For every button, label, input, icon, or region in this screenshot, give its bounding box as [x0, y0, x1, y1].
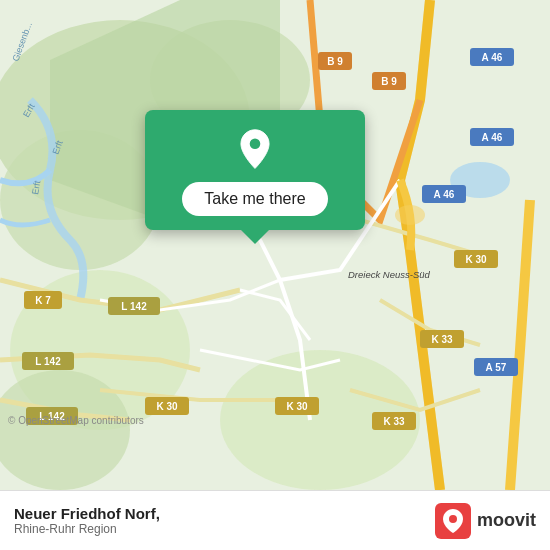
take-me-there-button[interactable]: Take me there [182, 182, 327, 216]
svg-text:A 46: A 46 [434, 189, 455, 200]
bottom-bar: Neuer Friedhof Norf, Rhine-Ruhr Region m… [0, 490, 550, 550]
location-region: Rhine-Ruhr Region [14, 522, 160, 536]
copyright-text: © OpenStreetMap contributors [8, 415, 144, 426]
svg-point-9 [395, 205, 425, 225]
svg-text:K 33: K 33 [383, 416, 405, 427]
svg-text:K 30: K 30 [286, 401, 308, 412]
svg-text:A 46: A 46 [482, 52, 503, 63]
location-card: Take me there [145, 110, 365, 230]
svg-text:Dreieck Neuss-Süd: Dreieck Neuss-Süd [348, 269, 431, 280]
svg-point-47 [449, 515, 457, 523]
svg-text:K 7: K 7 [35, 295, 51, 306]
svg-text:L 142: L 142 [121, 301, 147, 312]
moovit-brand-text: moovit [477, 510, 536, 531]
moovit-brand-icon [435, 503, 471, 539]
svg-text:K 33: K 33 [431, 334, 453, 345]
moovit-logo: moovit [435, 503, 536, 539]
svg-text:K 30: K 30 [156, 401, 178, 412]
svg-text:B 9: B 9 [381, 76, 397, 87]
svg-text:L 142: L 142 [35, 356, 61, 367]
svg-text:A 46: A 46 [482, 132, 503, 143]
map-container: A 46 A 46 A 46 A 57 K 30 K 33 K 33 K 30 … [0, 0, 550, 490]
svg-text:A 57: A 57 [486, 362, 507, 373]
location-name: Neuer Friedhof Norf, [14, 505, 160, 522]
svg-text:K 30: K 30 [465, 254, 487, 265]
svg-text:B 9: B 9 [327, 56, 343, 67]
bottom-left: Neuer Friedhof Norf, Rhine-Ruhr Region [14, 505, 160, 536]
pin-icon [233, 128, 277, 172]
svg-point-45 [250, 139, 261, 150]
